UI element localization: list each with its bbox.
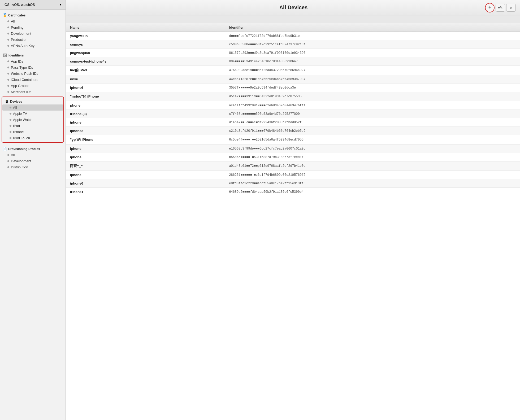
toolbar: + ≡✎ ⌕ <box>485 3 516 12</box>
bullet-icon <box>7 160 9 162</box>
sidebar-item-prov-distribution[interactable]: Distribution <box>0 164 66 170</box>
main-header: All Devices + ≡✎ ⌕ <box>66 0 520 15</box>
device-identifier: 35b7f■■■■■■9e2a0c594fdedf48ed0dca3e <box>225 84 520 92</box>
device-identifier: e0fd8ffc2c22d■■ebdf55a8c17b42ff15e913ff6 <box>225 179 520 188</box>
devices-table-container[interactable]: Name Identifier yangweilind■■■■^aefc7722… <box>66 23 520 420</box>
search-icon: ⌕ <box>510 6 512 10</box>
sidebar-item-label: App IDs <box>11 59 23 63</box>
sidebar-item-cert-development[interactable]: Development <box>0 30 66 37</box>
sidebar-item-cert-apns[interactable]: APNs Auth Key <box>0 43 66 49</box>
sidebar-item-prov-development[interactable]: Development <box>0 158 66 164</box>
device-name: iphone <box>66 118 225 127</box>
sidebar-item-ipad[interactable]: iPad <box>2 123 63 129</box>
device-identifier: d1eb47■■ ^■■ec■d199243bf2088b7fbddd52f <box>225 118 520 127</box>
table-row[interactable]: comsysc5d0b36580e■■■b812c29f51cafb824737… <box>66 40 520 49</box>
table-row[interactable]: iphone2c210a8afd20f911■■■67db484b6fd764e… <box>66 127 520 135</box>
main-content: All Devices + ≡✎ ⌕ Name Identifier yangw… <box>66 0 520 420</box>
sidebar-item-label: Pending <box>11 25 24 29</box>
sidebar-item-merchant[interactable]: Merchant IDs <box>0 89 66 95</box>
table-header-row: Name Identifier <box>66 23 520 32</box>
bullet-icon <box>7 73 9 75</box>
bullet-icon <box>7 27 9 28</box>
bullet-icon <box>10 125 11 127</box>
provisioning-section: 📄 Provisioning Profiles All Development … <box>0 143 66 171</box>
edit-button[interactable]: ≡✎ <box>496 4 505 12</box>
device-name: iphone6 <box>66 84 225 92</box>
sidebar-item-ipodtouch[interactable]: iPod Touch <box>2 135 63 141</box>
devices-label: Devices <box>10 100 22 103</box>
search-button[interactable]: ⌕ <box>506 4 516 12</box>
bullet-icon <box>10 113 11 115</box>
sidebar-item-label: iPod Touch <box>13 136 30 140</box>
sidebar-item-label: APNs Auth Key <box>11 44 34 48</box>
sidebar-item-label: Apple Watch <box>13 118 32 122</box>
table-row[interactable]: iphone286251■■■■■■ ■c6c1f7d4b6809b06c210… <box>66 171 520 179</box>
sidebar-item-label: Development <box>11 159 31 163</box>
table-row[interactable]: nnliu44cbe413287e■■1d546625c04b576f46893… <box>66 75 520 84</box>
device-identifier: c7f468b■■■■■■■595e53a9e4d70d295277000 <box>225 110 520 118</box>
sidebar-item-prov-all[interactable]: All <box>0 152 66 158</box>
bullet-icon <box>7 33 9 34</box>
sidebar-item-label: All <box>13 106 17 110</box>
table-row[interactable]: comsys-test-iphone4s094■■■■■534914426461… <box>66 57 520 66</box>
sidebar-item-appgroups[interactable]: App Groups <box>0 83 66 89</box>
device-identifier: e16568c3f99de■■■6cc27cfc7eac2a0607c01a0b <box>225 145 520 153</box>
sidebar-item-cert-pending[interactable]: Pending <box>0 24 66 30</box>
sidebar-item-appids[interactable]: App IDs <box>0 58 66 64</box>
table-row[interactable]: luo的 iPad4766932acc19■■■d5725aaa3720e570… <box>66 66 520 75</box>
sidebar-item-applewatch[interactable]: Apple Watch <box>2 117 63 123</box>
bullet-icon <box>7 154 9 156</box>
table-row[interactable]: jingwanjuan861579a293■■■d0a3c3ca791f0961… <box>66 49 520 57</box>
sidebar-item-dev-all[interactable]: All <box>2 104 63 111</box>
sidebar-item-label: Distribution <box>11 165 28 169</box>
bullet-icon <box>7 20 9 22</box>
certificates-section: 🏅 Certificates All Pending Development P… <box>0 10 66 50</box>
sidebar-item-label: Development <box>11 32 31 36</box>
table-row[interactable]: iphonee16568c3f99de■■■6cc27cfc7eac2a0607… <box>66 145 520 153</box>
device-name: iPhone (3) <box>66 110 225 118</box>
device-name: yangweilin <box>66 32 225 40</box>
device-identifier: d■■■■^aefc77221f02df76ab88fde7bc9b31e <box>225 32 520 40</box>
device-name: 阿衰^_^ <box>66 161 225 171</box>
table-row[interactable]: "mrluo"的 iPhoned5ce2■■■■3911d■■64322e819… <box>66 92 520 101</box>
device-name: iphone6 <box>66 179 225 188</box>
sidebar-item-label: All <box>11 19 15 23</box>
chevron-down-icon: ▼ <box>59 3 62 6</box>
platform-label: iOS, tvOS, watchOS <box>4 3 35 7</box>
table-row[interactable]: yangweilind■■■■^aefc77221f02df76ab88fde7… <box>66 32 520 40</box>
sidebar-item-icloud[interactable]: iCloud Containers <box>0 77 66 83</box>
certificates-header: 🏅 Certificates <box>0 12 66 18</box>
table-row[interactable]: iphone635b7f■■■■■■9e2a0c594fdedf48ed0dca… <box>66 84 520 92</box>
add-button[interactable]: + <box>485 3 495 12</box>
device-identifier: aca1afcf499f9919■■■d2e6dd467d0ae6347bff1 <box>225 101 520 110</box>
table-row[interactable]: iphone6e0fd8ffc2c22d■■ebdf55a8c17b42ff15… <box>66 179 520 188</box>
provisioning-label: Provisioning Profiles <box>8 147 40 151</box>
sidebar-item-websitepush[interactable]: Website Push IDs <box>0 71 66 77</box>
table-row[interactable]: "yp"的 iPhone6c5be4f■■■■ ■■2501d5da6a4f59… <box>66 135 520 145</box>
device-name: iPhoneT <box>66 188 225 196</box>
bullet-icon <box>10 119 11 121</box>
column-header-name: Name <box>66 23 225 32</box>
table-row[interactable]: iphoned1eb47■■ ^■■ec■d199243bf2088b7fbdd… <box>66 118 520 127</box>
sidebar-item-passtypes[interactable]: Pass Type IDs <box>0 64 66 71</box>
table-row[interactable]: iPhone (3)c7f468b■■■■■■■595e53a9e4d70d29… <box>66 110 520 118</box>
table-row[interactable]: 阿衰^_^a01d43a01■■72■■p612d9768aafb2cf2d7b… <box>66 161 520 171</box>
sidebar-item-cert-all[interactable]: All <box>0 18 66 24</box>
bullet-icon <box>7 85 9 87</box>
page-title: All Devices <box>102 5 485 11</box>
sidebar-item-label: iPhone <box>13 130 24 134</box>
device-identifier: 4766932acc19■■■d5725aaa3720e570f8694a927 <box>225 66 520 75</box>
device-name: comsys <box>66 40 225 49</box>
platform-dropdown[interactable]: iOS, tvOS, watchOS ▼ <box>0 0 66 10</box>
table-row[interactable]: phoneaca1afcf499f9919■■■d2e6dd467d0ae634… <box>66 101 520 110</box>
table-row[interactable]: iPhoneT64689a5■■■■fdb4cae50b2f91a135e6fc… <box>66 188 520 196</box>
sidebar-item-label: iPad <box>13 124 20 128</box>
sidebar-item-cert-production[interactable]: Production <box>0 37 66 43</box>
certificate-icon: 🏅 <box>3 13 7 17</box>
device-identifier: c210a8afd20f911■■■67db484b6fd764eb2eb5e9 <box>225 127 520 135</box>
sidebar-item-appletv[interactable]: Apple TV <box>2 111 63 117</box>
table-body: yangweilind■■■■^aefc77221f02df76ab88fde7… <box>66 32 520 196</box>
device-name: jingwanjuan <box>66 49 225 57</box>
sidebar-item-iphone[interactable]: iPhone <box>2 129 63 135</box>
table-row[interactable]: iphoneb55d651■■■■ ■531f5887a79b31de673f7… <box>66 153 520 161</box>
